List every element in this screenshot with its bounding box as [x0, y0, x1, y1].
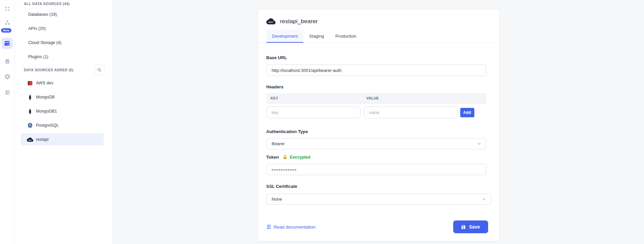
datasource-row: MongoDB: [15, 90, 113, 104]
bot-icon[interactable]: [4, 58, 11, 65]
base-url-label: Base URL: [266, 55, 485, 60]
headers-label: Headers: [266, 84, 485, 89]
sidebar-item-mongodb1[interactable]: MongoDB1: [21, 105, 104, 117]
beta-badge: Beta: [1, 28, 11, 33]
datasources-nav-active[interactable]: [1, 38, 13, 49]
auth-type-value: Bearer: [272, 141, 285, 146]
data-sources-added-header: DATA SOURCES ADDED (5): [24, 68, 74, 72]
svg-text:REST: REST: [268, 21, 273, 23]
add-header-button[interactable]: Add: [460, 108, 474, 117]
value-column-header: VALUE: [367, 96, 379, 100]
all-data-sources-header: ALL DATA SOURCES (44): [15, 0, 113, 7]
save-label: Save: [469, 224, 480, 230]
sidebar-item-databases[interactable]: Databases (19): [15, 7, 113, 22]
search-button[interactable]: [94, 65, 105, 75]
mongodb-icon: [27, 94, 33, 100]
datasource-label: MongoDB1: [36, 109, 57, 114]
chevron-down-icon: [482, 197, 486, 202]
datasource-config-card: REST restapi_bearer Development Staging …: [258, 9, 500, 241]
encrypted-badge: Encrypted: [290, 155, 310, 160]
sidebar-item-apis[interactable]: APIs (20): [15, 22, 113, 36]
datasource-drawer-icon: [4, 40, 10, 47]
header-value-input[interactable]: [364, 107, 458, 118]
headers-table-header: KEY VALUE: [266, 93, 486, 104]
environment-tabs: Development Staging Production: [258, 30, 499, 43]
key-column-header: KEY: [266, 96, 278, 100]
gear-icon[interactable]: [4, 73, 11, 80]
auth-type-label: Authentication Type: [266, 129, 485, 134]
datasource-row: MongoDB1: [15, 104, 113, 118]
added-sources-header-row: DATA SOURCES ADDED (5): [15, 64, 113, 76]
save-disk-icon: [461, 225, 466, 230]
main-area: REST restapi_bearer Development Staging …: [113, 0, 644, 244]
datasource-label: AWS dev: [36, 81, 53, 85]
datasource-row: AWS dev: [15, 76, 113, 90]
tab-staging[interactable]: Staging: [303, 30, 330, 43]
svg-text:REST: REST: [29, 139, 32, 141]
ssl-certificate-select[interactable]: None: [266, 194, 491, 205]
ssl-certificate-label: SSL Certificate: [266, 184, 485, 189]
sidebar-item-cloud-storage[interactable]: Cloud Storage (4): [15, 36, 113, 50]
token-input[interactable]: [266, 164, 486, 175]
ssl-certificate-value: None: [272, 197, 282, 202]
lock-icon: [283, 155, 287, 160]
datasource-row: REST restapi: [15, 132, 113, 147]
header-key-value-row: Add: [266, 107, 485, 118]
base-url-input[interactable]: [266, 65, 486, 76]
search-icon: [97, 67, 102, 73]
datasource-label: MongoDB: [36, 95, 55, 99]
document-icon: [266, 224, 271, 230]
rest-cloud-icon: REST: [266, 17, 275, 25]
aws-icon: [27, 80, 33, 86]
mongodb-icon: [27, 108, 33, 115]
token-label: Token: [266, 155, 279, 160]
read-documentation-label: Read documentation: [274, 225, 316, 230]
apps-icon[interactable]: [4, 5, 11, 12]
sidebar-item-plugins[interactable]: Plugins (1): [15, 50, 113, 64]
read-documentation-link[interactable]: Read documentation: [266, 224, 316, 230]
save-button[interactable]: Save: [453, 220, 488, 233]
storage-icon[interactable]: [4, 89, 11, 96]
tab-development[interactable]: Development: [266, 30, 304, 43]
sidebar-item-postgresql[interactable]: PostgreSQL: [21, 119, 104, 131]
sidebar-item-mongodb[interactable]: MongoDB: [21, 91, 104, 103]
auth-type-select[interactable]: Bearer: [266, 138, 486, 149]
card-footer: Read documentation Save: [266, 220, 488, 233]
header-key-input[interactable]: [266, 107, 360, 118]
sidebar-item-aws-dev[interactable]: AWS dev: [21, 77, 104, 89]
datasources-sidebar: ALL DATA SOURCES (44) Databases (19) API…: [15, 0, 113, 244]
rest-cloud-icon: REST: [27, 136, 33, 143]
datasource-label: PostgreSQL: [36, 123, 59, 128]
title-row: REST restapi_bearer: [266, 9, 485, 25]
sidebar-item-restapi[interactable]: REST restapi: [21, 133, 104, 146]
token-label-row: Token Encrypted: [266, 155, 485, 160]
datasource-label: restapi: [36, 137, 49, 142]
chevron-down-icon: [477, 141, 481, 146]
datasource-row: PostgreSQL: [15, 118, 113, 132]
postgresql-icon: [27, 122, 33, 129]
page-title: restapi_bearer: [280, 18, 318, 25]
tab-production[interactable]: Production: [330, 30, 362, 43]
icon-rail: Beta: [0, 0, 15, 244]
cluster-icon[interactable]: [4, 19, 11, 26]
